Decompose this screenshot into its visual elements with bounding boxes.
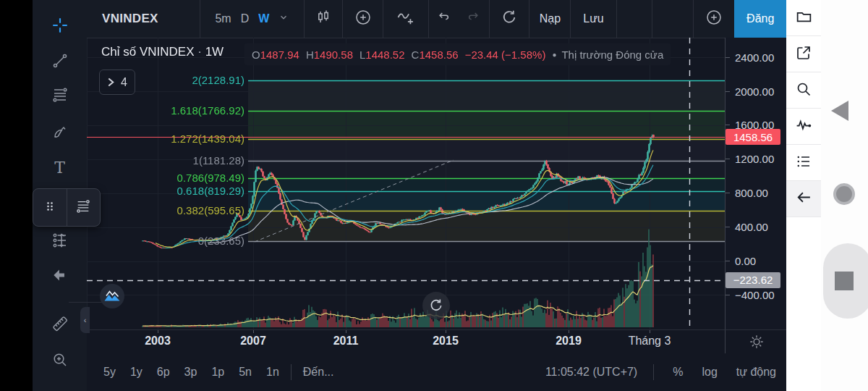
measure-tool[interactable]	[33, 308, 87, 340]
fib-extension-tool[interactable]	[33, 224, 87, 256]
tick-dash	[726, 261, 730, 261]
reset-chart-button[interactable]	[422, 292, 450, 319]
ohlc-value: 1448.52	[365, 49, 404, 61]
range-3p[interactable]: 3p	[184, 366, 197, 379]
price-tick-label: 400.00	[735, 221, 768, 233]
open-external-button[interactable]	[786, 36, 821, 72]
publish-button[interactable]: Đăng	[734, 0, 786, 38]
tick-dash	[726, 57, 730, 58]
fib-extension-icon	[51, 232, 69, 249]
search-button[interactable]	[786, 72, 821, 109]
indicators-icon	[396, 7, 416, 30]
objects-tree-button[interactable]: 4	[99, 70, 135, 95]
time-axis[interactable]: 20032007201120152019Tháng 3	[87, 329, 725, 354]
back-triangle-icon[interactable]	[831, 101, 848, 121]
auto-scale-button[interactable]: tự động	[736, 366, 776, 379]
ohlc-value: 1458.56	[419, 49, 458, 61]
price-tick-label: 1200.00	[735, 153, 774, 165]
active-tool-popup	[33, 188, 101, 227]
market-status: ● Thị trường Đóng cửa	[552, 49, 663, 61]
toolbar-collapse-tab[interactable]: ‹	[80, 307, 90, 333]
legend-interval: 1W	[205, 45, 224, 59]
interval-D[interactable]: D	[241, 12, 250, 25]
interval-W[interactable]: W	[258, 12, 269, 25]
brush-icon	[51, 123, 69, 140]
range-1p[interactable]: 1p	[211, 366, 224, 379]
text-tool[interactable]: T	[33, 151, 87, 183]
ohlc-value: 1487.94	[260, 49, 299, 61]
status-dot-icon: ●	[552, 51, 556, 59]
chevron-down-icon[interactable]	[278, 12, 289, 25]
pulse-icon	[795, 116, 813, 137]
goto-date-button[interactable]: Đến...	[303, 366, 334, 379]
price-axis[interactable]: 2400.002000.001600.001200.00800.00400.00…	[725, 38, 787, 329]
toolbar-spacer	[652, 0, 693, 38]
popup-drag-handle[interactable]	[33, 189, 67, 226]
log-scale-button[interactable]: log	[702, 366, 717, 379]
screen-pill-icon[interactable]	[823, 243, 868, 319]
time-tickmark	[253, 330, 254, 333]
range-1y[interactable]: 1y	[130, 366, 142, 379]
alerts-pulse-button[interactable]	[786, 109, 821, 145]
last-price-badge: 1458.56	[726, 129, 780, 145]
brush-tool[interactable]	[33, 116, 87, 148]
chart-style-button[interactable]	[304, 0, 342, 38]
tick-dash	[726, 227, 730, 227]
time-tickmark	[158, 330, 158, 333]
range-1n[interactable]: 1n	[266, 366, 279, 379]
ohlc-O: O1487.94	[252, 49, 299, 61]
range-5y[interactable]: 5y	[103, 366, 116, 379]
tick-dash	[726, 125, 730, 125]
chevron-right-icon	[107, 77, 115, 87]
undo-redo-group	[428, 0, 489, 38]
circle-button-icon[interactable]	[833, 183, 855, 205]
zoom-in-tool[interactable]	[33, 344, 87, 376]
price-tick-2000.00: 2000.00	[726, 84, 774, 98]
hide-drawings-button[interactable]	[33, 259, 87, 291]
legend-change: −23.44 (−1.58%)	[465, 49, 546, 61]
ohlc-C: C1458.56	[412, 49, 459, 61]
range-6p[interactable]: 6p	[157, 366, 170, 379]
symbol-button[interactable]: VNINDEX	[87, 0, 200, 38]
interval-switcher: 5mDW	[200, 0, 304, 38]
ohlc-key: H	[306, 49, 314, 61]
nap-button[interactable]: Nạp	[529, 0, 570, 38]
indicators-button[interactable]	[383, 0, 428, 38]
axis-settings-corner[interactable]	[725, 329, 787, 353]
horizontal-line-badge: −223.62	[726, 272, 780, 288]
watchlist-button[interactable]	[786, 145, 821, 181]
watchlist-icon	[795, 153, 812, 173]
toolbar-spacer	[616, 0, 652, 38]
crosshair-icon	[51, 16, 69, 35]
undo-icon[interactable]	[437, 9, 453, 28]
trendline-tool[interactable]	[33, 45, 87, 77]
candle-style-icon	[315, 9, 332, 29]
popup-active-tool[interactable]	[67, 189, 101, 226]
chevron-left-icon: ‹	[84, 316, 87, 324]
redo-icon[interactable]	[464, 9, 480, 28]
compare-button[interactable]	[342, 0, 382, 38]
luu-button[interactable]: Lưu	[570, 0, 616, 38]
time-tick-2003: 2003	[145, 335, 171, 348]
price-tick-label: 2000.00	[735, 85, 774, 98]
interval-5m[interactable]: 5m	[215, 12, 231, 25]
legend-symbol-title[interactable]: Chỉ số VNINDEX · 1W	[101, 45, 224, 59]
reload-button[interactable]	[489, 0, 529, 38]
search-icon	[795, 80, 812, 101]
percent-scale-button[interactable]: %	[673, 366, 683, 379]
text-icon: T	[54, 159, 65, 177]
time-tickmark	[446, 330, 446, 333]
tick-dash	[726, 91, 730, 92]
range-5n[interactable]: 5n	[239, 366, 252, 379]
fib-retracement-tool[interactable]	[33, 79, 87, 111]
crosshair-tool[interactable]	[33, 9, 87, 41]
price-tick-2400.00: 2400.00	[726, 50, 774, 64]
market-status-label: Thị trường Đóng cửa	[561, 49, 663, 61]
add-alert-button[interactable]	[693, 0, 734, 38]
axis-options: 11:05:42 (UTC+7) % log tự động	[527, 364, 786, 380]
layouts-button[interactable]	[786, 0, 821, 36]
collapse-panel-button[interactable]	[786, 181, 821, 217]
fib-label-1: 1(1181.28)	[193, 154, 244, 167]
clock-label[interactable]: 11:05:42 (UTC+7)	[545, 366, 637, 379]
reload-icon	[501, 9, 518, 29]
